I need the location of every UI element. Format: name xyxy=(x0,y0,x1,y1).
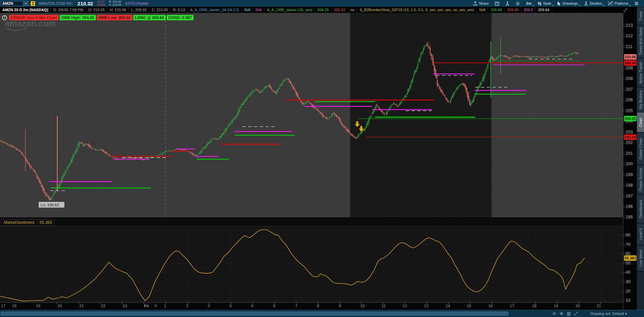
drawings-button[interactable]: Drawings xyxy=(555,0,581,7)
right-tab-strip: TradeTimes And SalesActive TraderBig But… xyxy=(637,7,644,310)
top-bar: ▼ 2 AMAZON.COM INC 210.32 -12.37 -5.55% … xyxy=(0,0,644,7)
time-axis-label: 10 xyxy=(360,304,365,308)
tab-trade[interactable]: Trade xyxy=(637,7,644,25)
tab-active-trader[interactable]: Active Trader xyxy=(637,58,644,87)
gear-button[interactable] xyxy=(513,0,523,7)
header-segment: C: 210.05 xyxy=(149,7,171,13)
share-button[interactable]: Share xyxy=(470,0,491,7)
price-axis-label: 199 xyxy=(626,172,637,177)
strategy-chip: ERROR: Use 5-Min Chart xyxy=(9,15,59,20)
expand-icon[interactable]: ⤢ xyxy=(574,311,578,316)
header-segment[interactable]: no xyxy=(348,7,357,13)
price-bubble: 202.52 xyxy=(624,134,637,140)
price-axis-tick xyxy=(623,254,625,254)
exto-eligible-label: EXTO Eligible xyxy=(125,1,148,5)
dropdown-caret-icon xyxy=(603,5,605,7)
header-segment[interactable]: N/A xyxy=(253,7,264,13)
header-segment[interactable]: 202.52 xyxy=(331,7,348,13)
share-icon xyxy=(473,1,478,6)
time-axis-label: 23 xyxy=(123,304,127,308)
price-axis-label: 70 xyxy=(626,242,637,247)
grid-icon[interactable]: ▥ xyxy=(567,311,571,316)
tab-times-and-sales[interactable]: Times And Sales xyxy=(637,25,644,58)
time-axis-label: 19 xyxy=(554,304,558,308)
symbol-input-group: ▼ xyxy=(1,1,28,6)
studies-button[interactable]: Studies xyxy=(581,0,605,7)
time-axis-label: 17 xyxy=(510,304,514,308)
header-segment[interactable]: 204.25 xyxy=(315,7,331,13)
time-axis-label: 20 xyxy=(58,304,62,308)
header-segment[interactable]: S_B2BomberStrat_02F18 (10, 1.0, 0.5, 3, … xyxy=(357,7,477,13)
axis-fit-icon[interactable]: ⤢ xyxy=(624,7,627,13)
price-axis-label: 206 xyxy=(626,97,637,103)
flask-button[interactable] xyxy=(503,0,512,7)
header-segment[interactable]: 209.84 xyxy=(536,7,552,13)
session-shading-band xyxy=(350,13,491,218)
company-name: AMAZON.COM INC xyxy=(39,1,73,5)
symbol-dropdown-button[interactable]: ▼ xyxy=(23,1,28,6)
price-axis-tick xyxy=(623,164,625,164)
patterns-button[interactable]: Patterns xyxy=(605,0,631,7)
header-segment: D: 2/6/26 7:58 PM xyxy=(51,7,86,13)
price-axis[interactable]: 2132122112092082072062052042032022012001… xyxy=(623,13,637,310)
price-axis-tick xyxy=(623,89,625,90)
header-segment[interactable]: N/A xyxy=(477,7,488,13)
price-axis-label: 211 xyxy=(626,44,637,49)
toolbar-label: Style xyxy=(543,1,551,5)
time-axis-label: 13 xyxy=(424,304,428,308)
price-axis-tick xyxy=(623,185,625,186)
price-axis-tick xyxy=(623,245,625,245)
price-axis-tick xyxy=(623,217,625,217)
style-button[interactable]: Style xyxy=(535,0,554,7)
last-price: 210.32 xyxy=(78,1,93,6)
tab-option-chain[interactable]: Option Chain xyxy=(637,133,644,165)
tab-level-ii[interactable]: Level II xyxy=(637,224,644,246)
bid-ask-stack: B: 210.00 A: 210.05 xyxy=(109,0,121,6)
flag-badge[interactable]: 2 xyxy=(31,1,35,6)
time-axis-label: 17 xyxy=(1,304,5,308)
header-segment[interactable]: 209.3 xyxy=(521,7,536,13)
time-axis-label: 12 xyxy=(403,304,407,308)
zoom-out-icon[interactable]: ⊖ xyxy=(552,311,556,316)
price-chart[interactable]: amazon.comLo: 196.62 xyxy=(0,13,623,310)
header-segment[interactable]: A_A_ORB_starter (16, yes) xyxy=(264,7,315,13)
time-axis-label: 15 xyxy=(467,304,471,308)
price-axis-tick xyxy=(623,100,625,100)
flask-icon xyxy=(505,1,509,6)
tab-chart[interactable]: Chart xyxy=(637,112,644,133)
time-axis-label: 18 xyxy=(532,304,537,308)
dropdown-caret-icon xyxy=(552,5,554,7)
alert-exclamation-icon[interactable]: ! xyxy=(2,15,7,20)
header-segment[interactable]: 209.68 xyxy=(488,7,505,13)
header-segment[interactable]: 209.49 xyxy=(505,7,521,13)
price-bubble: 209.49 xyxy=(624,60,637,66)
drawing-set-selector[interactable]: Drawing set: Default ▾ xyxy=(590,312,627,316)
svg-text:!: ! xyxy=(497,3,497,5)
time-axis-label: 6 xyxy=(273,304,275,308)
time-axis-label: 0 xyxy=(155,304,157,308)
price-axis-label: 50 xyxy=(626,260,637,266)
header-segment: L: 209.92 xyxy=(129,7,149,13)
price-axis-label: 202 xyxy=(626,140,637,145)
time-axis-label: 11 xyxy=(382,304,386,308)
2m-button[interactable]: 2m xyxy=(523,0,534,7)
menu-button[interactable] xyxy=(632,0,641,7)
price-axis-tick xyxy=(623,282,625,282)
price-axis-tick xyxy=(623,143,625,143)
tab-live-news[interactable]: Live News xyxy=(637,246,644,272)
zoom-in-icon[interactable]: ⊕ xyxy=(560,311,563,316)
calendar-alert-button[interactable]: ! xyxy=(492,0,502,7)
tab-phase-scores[interactable]: Phase Scores xyxy=(637,165,644,195)
header-segment[interactable]: A_A_ORB_starter_04 (HLC3) xyxy=(188,7,242,13)
tab-dashboard[interactable]: Dashboard xyxy=(637,195,644,224)
tab-big-buttons[interactable]: Big Buttons xyxy=(637,87,644,112)
price-axis-tick xyxy=(623,25,625,26)
header-segment[interactable]: N/A xyxy=(242,7,253,13)
sentiment-name[interactable]: MarketSentiment xyxy=(1,219,37,226)
change-stack: -12.37 -5.55% xyxy=(96,0,105,6)
low-price-label-text: Lo: 196.62 xyxy=(41,203,59,207)
symbol-input[interactable] xyxy=(1,1,23,6)
time-axis-label: 20 xyxy=(576,304,580,308)
time-scrollbar-thumb[interactable] xyxy=(1,312,508,316)
price-axis-tick xyxy=(623,207,625,207)
